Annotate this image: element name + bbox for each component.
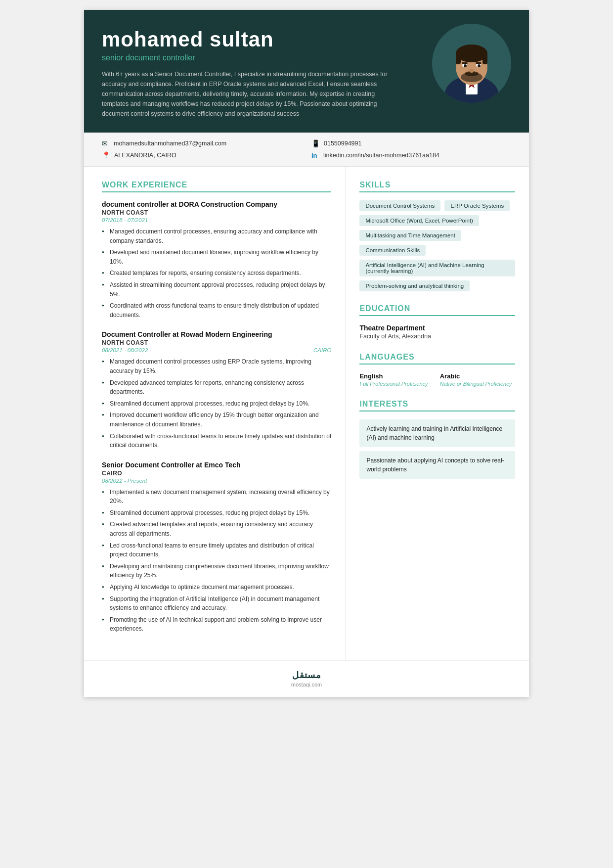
- languages-section: LANGUAGES English Full Professional Prof…: [359, 353, 515, 387]
- skill-tag: Multitasking and Time Management: [359, 230, 461, 241]
- work-experience-section: WORK EXPERIENCE document controller at D…: [102, 181, 331, 634]
- list-item: Assisted in streamlining document approv…: [102, 280, 331, 299]
- job-2-date-row: 08/2021 - 08/2022 CAIRO: [102, 347, 331, 353]
- list-item: Promoting the use of AI in technical sup…: [102, 615, 331, 634]
- linkedin-icon: in: [311, 152, 319, 159]
- footer-domain: mostaqi.com: [291, 682, 322, 687]
- main-content: WORK EXPERIENCE document controller at D…: [84, 167, 529, 660]
- candidate-name: mohamed sultan: [102, 28, 402, 51]
- list-item: Supporting the integration of Artificial…: [102, 594, 331, 613]
- skill-tags-row-5: Artificial Intelligence (AI) and Machine…: [359, 260, 515, 276]
- interests-section: INTERESTS Actively learning and training…: [359, 400, 515, 479]
- language-entry-arabic: Arabic Native or Bilingual Proficiency: [440, 372, 515, 387]
- education-title: EDUCATION: [359, 304, 515, 316]
- svg-point-13: [464, 64, 467, 67]
- job-3-bullets: Implemented a new document management sy…: [102, 488, 331, 634]
- list-item: Applying AI knowledge to optimize docume…: [102, 583, 331, 592]
- skill-tags-row-2: Microsoft Office (Word, Excel, PowerPoin…: [359, 215, 515, 226]
- svg-rect-8: [482, 53, 487, 64]
- svg-rect-15: [462, 62, 468, 64]
- list-item: Coordinated with cross-functional teams …: [102, 301, 331, 320]
- list-item: Developing and maintaining comprehensive…: [102, 562, 331, 580]
- contact-bar: ✉ mohamedsultanmohamed37@gmail.com 📱 015…: [84, 133, 529, 167]
- skill-tag: ERP Oracle Systems: [444, 200, 510, 211]
- location-icon: 📍: [102, 151, 110, 159]
- skill-tags-row-4: Communication Skills: [359, 245, 515, 256]
- job-1-date: 07/2018 - 07/2021: [102, 217, 148, 223]
- skill-tag: Document Control Systems: [359, 200, 440, 211]
- lang-level-arabic: Native or Bilingual Proficiency: [440, 381, 515, 387]
- linkedin-text: linkedin.com/in/sultan-mohmed3761aa184: [323, 152, 439, 159]
- languages-grid: English Full Professional Proficiency Ar…: [359, 372, 515, 387]
- list-item: Improved document workflow efficiency by…: [102, 411, 331, 429]
- job-2-title: Document Controller at Rowad Modern Engi…: [102, 330, 331, 338]
- interest-tag-1: Actively learning and training in Artifi…: [359, 419, 515, 447]
- job-1-location: NORTH COAST: [102, 209, 331, 216]
- interest-tag-2: Passionate about applying AI concepts to…: [359, 451, 515, 479]
- job-1: document controller at DORA Construction…: [102, 200, 331, 320]
- job-3: Senior Document Controller at Emco Tech …: [102, 461, 331, 634]
- job-1-bullets: Managed document control processes, ensu…: [102, 227, 331, 320]
- skill-tag: Problem-solving and analytical thinking: [359, 280, 470, 291]
- job-2-bullets: Managed document control processes using…: [102, 357, 331, 450]
- job-3-title: Senior Document Controller at Emco Tech: [102, 461, 331, 469]
- svg-point-17: [469, 69, 474, 73]
- header-section: mohamed sultan senior document controlle…: [84, 10, 529, 133]
- phone-icon: 📱: [311, 139, 320, 147]
- skill-tag: Artificial Intelligence (AI) and Machine…: [359, 260, 515, 276]
- education-entry-1: Theatre Department Faculty of Arts, Alex…: [359, 324, 515, 340]
- list-item: Created advanced templates and reports, …: [102, 520, 331, 538]
- skill-tag: Communication Skills: [359, 245, 426, 256]
- job-3-date-row: 08/2022 - Present: [102, 478, 331, 484]
- skill-tags-row-6: Problem-solving and analytical thinking: [359, 280, 515, 291]
- list-item: Implemented a new document management sy…: [102, 488, 331, 506]
- list-item: Developed advanced templates for reports…: [102, 378, 331, 397]
- languages-title: LANGUAGES: [359, 353, 515, 365]
- svg-rect-16: [476, 62, 482, 64]
- footer-logo: مستقل: [93, 670, 520, 681]
- job-2-location: NORTH COAST: [102, 339, 331, 346]
- phone-text: 01550994991: [324, 140, 361, 147]
- location-text: ALEXANDRIA, CAIRO: [114, 152, 176, 159]
- skill-tag: Microsoft Office (Word, Excel, PowerPoin…: [359, 215, 479, 226]
- email-icon: ✉: [102, 139, 110, 147]
- list-item: Streamlined document approval processes,…: [102, 508, 331, 518]
- skills-title: SKILLS: [359, 181, 515, 192]
- job-3-location: CAIRO: [102, 470, 331, 477]
- svg-rect-7: [456, 53, 461, 64]
- svg-point-14: [478, 64, 481, 67]
- right-column: SKILLS Document Control Systems ERP Orac…: [346, 167, 529, 660]
- job-2-date: 08/2021 - 08/2022: [102, 347, 148, 353]
- list-item: Managed document control processes, ensu…: [102, 227, 331, 245]
- phone-contact: 📱 01550994991: [311, 139, 511, 147]
- footer: مستقل mostaqi.com: [84, 660, 529, 697]
- left-column: WORK EXPERIENCE document controller at D…: [84, 167, 346, 660]
- work-experience-title: WORK EXPERIENCE: [102, 181, 331, 192]
- list-item: Led cross-functional teams to ensure tim…: [102, 541, 331, 559]
- candidate-title: senior document controller: [102, 53, 402, 62]
- job-2: Document Controller at Rowad Modern Engi…: [102, 330, 331, 450]
- resume-container: mohamed sultan senior document controlle…: [84, 10, 529, 697]
- skills-section: SKILLS Document Control Systems ERP Orac…: [359, 181, 515, 291]
- lang-name-arabic: Arabic: [440, 372, 515, 380]
- job-2-location2: CAIRO: [313, 347, 331, 353]
- list-item: Managed document control processes using…: [102, 357, 331, 375]
- lang-level-english: Full Professional Proficiency: [359, 381, 435, 387]
- location-contact: 📍 ALEXANDRIA, CAIRO: [102, 151, 302, 159]
- email-text: mohamedsultanmohamed37@gmail.com: [114, 140, 226, 147]
- list-item: Streamlined document approval processes,…: [102, 399, 331, 409]
- edu-degree: Theatre Department: [359, 324, 515, 332]
- avatar-image: [432, 24, 511, 103]
- list-item: Collaborated with cross-functional teams…: [102, 432, 331, 450]
- education-section: EDUCATION Theatre Department Faculty of …: [359, 304, 515, 340]
- skill-tags-row-1: Document Control Systems ERP Oracle Syst…: [359, 200, 515, 211]
- lang-name-english: English: [359, 372, 435, 380]
- job-3-date: 08/2022 - Present: [102, 478, 147, 484]
- job-1-title: document controller at DORA Construction…: [102, 200, 331, 208]
- email-contact: ✉ mohamedsultanmohamed37@gmail.com: [102, 139, 302, 147]
- job-1-date-row: 07/2018 - 07/2021: [102, 217, 331, 223]
- edu-institution: Faculty of Arts, Alexandria: [359, 333, 515, 340]
- list-item: Created templates for reports, ensuring …: [102, 269, 331, 278]
- interests-title: INTERESTS: [359, 400, 515, 411]
- list-item: Developed and maintained document librar…: [102, 248, 331, 266]
